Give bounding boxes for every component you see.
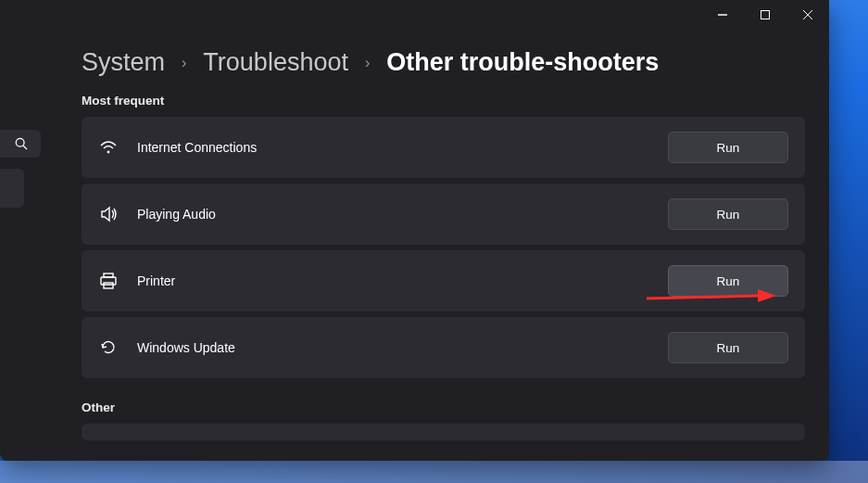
troubleshooter-row-partial[interactable] xyxy=(82,424,805,440)
refresh-icon xyxy=(98,339,119,356)
row-label: Playing Audio xyxy=(137,207,216,222)
breadcrumb: System › Troubleshoot › Other trouble-sh… xyxy=(82,48,805,77)
nav-stub[interactable] xyxy=(0,169,24,208)
content-area: System › Troubleshoot › Other trouble-sh… xyxy=(82,48,805,451)
minimize-icon xyxy=(718,10,727,19)
settings-window: System › Troubleshoot › Other trouble-sh… xyxy=(0,0,829,461)
window-close-button[interactable] xyxy=(786,0,829,30)
troubleshooter-row-audio[interactable]: Playing Audio Run xyxy=(82,184,805,245)
troubleshooter-row-windows-update[interactable]: Windows Update Run xyxy=(82,317,805,378)
row-label: Internet Connections xyxy=(137,140,257,155)
run-button-audio[interactable]: Run xyxy=(668,198,788,230)
section-other: Other xyxy=(82,400,805,414)
titlebar xyxy=(0,0,829,30)
breadcrumb-system[interactable]: System xyxy=(82,48,165,77)
window-minimize-button[interactable] xyxy=(701,0,744,30)
svg-rect-1 xyxy=(761,11,770,19)
run-button-internet[interactable]: Run xyxy=(668,132,788,163)
svg-line-5 xyxy=(23,146,27,149)
row-label: Printer xyxy=(137,273,175,288)
section-most-frequent: Most frequent xyxy=(82,94,805,108)
search-stub[interactable] xyxy=(0,130,41,158)
wifi-icon xyxy=(98,139,119,156)
run-button-windows-update[interactable]: Run xyxy=(668,332,788,363)
breadcrumb-troubleshoot[interactable]: Troubleshoot xyxy=(203,48,348,77)
desktop-background: System › Troubleshoot › Other trouble-sh… xyxy=(0,0,868,483)
chevron-right-icon: › xyxy=(365,55,370,71)
window-maximize-button[interactable] xyxy=(744,0,786,30)
row-label: Windows Update xyxy=(137,340,235,355)
taskbar xyxy=(0,461,868,483)
svg-rect-9 xyxy=(104,283,113,288)
sidebar-collapsed xyxy=(0,130,41,219)
page-title: Other trouble-shooters xyxy=(386,48,659,77)
troubleshooter-row-printer[interactable]: Printer Run xyxy=(82,250,805,311)
chevron-right-icon: › xyxy=(182,55,186,71)
maximize-icon xyxy=(761,10,770,19)
speaker-icon xyxy=(98,206,119,222)
troubleshooter-row-internet[interactable]: Internet Connections Run xyxy=(82,117,805,178)
close-icon xyxy=(803,10,812,19)
search-icon xyxy=(15,137,28,150)
svg-point-6 xyxy=(107,151,110,154)
run-button-printer[interactable]: Run xyxy=(668,265,788,297)
printer-icon xyxy=(98,273,119,289)
svg-point-4 xyxy=(16,138,24,146)
